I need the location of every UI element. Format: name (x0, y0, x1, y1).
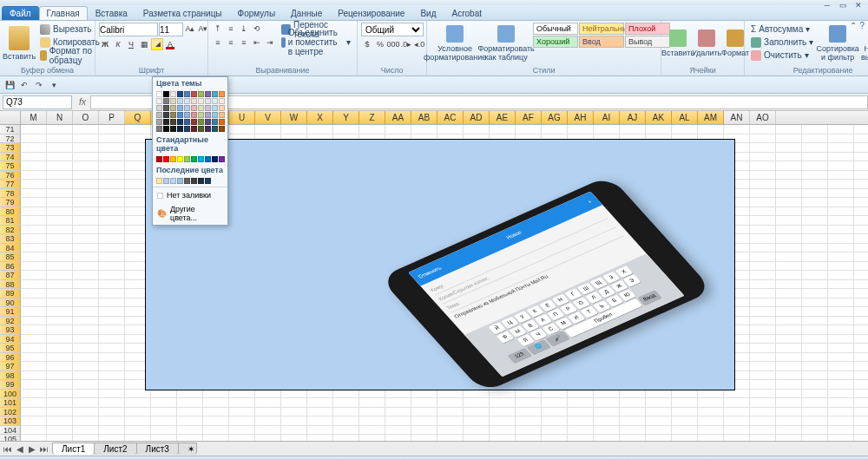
format-as-table-button[interactable]: Форматировать как таблицу (482, 23, 530, 64)
merge-center-button[interactable]: Объединить и поместить в центре ▾ (279, 36, 353, 49)
color-swatch[interactable] (212, 105, 218, 111)
col-header-AM[interactable]: AM (698, 111, 724, 124)
paste-button[interactable]: Вставить (3, 23, 35, 64)
sheet-nav-first[interactable]: ⏮ (2, 444, 14, 454)
row-header-103[interactable]: 103 (0, 416, 21, 426)
currency-button[interactable]: $ (361, 38, 373, 50)
color-swatch[interactable] (184, 91, 190, 97)
color-swatch[interactable] (198, 178, 204, 184)
col-header-AE[interactable]: AE (490, 111, 516, 124)
style-good[interactable]: Хороший (533, 36, 578, 48)
color-swatch[interactable] (205, 126, 211, 132)
comma-button[interactable]: 000 (387, 38, 399, 50)
color-swatch[interactable] (156, 98, 162, 104)
indent-dec-button[interactable]: ⇤ (251, 36, 263, 49)
underline-button[interactable]: Ч (125, 38, 137, 50)
col-header-Q[interactable]: Q (125, 111, 151, 124)
color-swatch[interactable] (163, 112, 169, 118)
row-header-74[interactable]: 74 (0, 153, 21, 162)
undo-button[interactable]: ↶ (18, 79, 30, 91)
indent-inc-button[interactable]: ⇥ (264, 36, 276, 49)
sheet-nav-prev[interactable]: ◀ (14, 444, 26, 454)
color-swatch[interactable] (184, 98, 190, 104)
col-header-AA[interactable]: AA (385, 111, 411, 124)
row-header-72[interactable]: 72 (0, 134, 21, 144)
align-top-button[interactable]: ⤒ (212, 23, 224, 35)
color-swatch[interactable] (177, 126, 183, 132)
no-fill-item[interactable]: Нет заливки (153, 188, 227, 202)
color-swatch[interactable] (198, 91, 204, 97)
color-swatch[interactable] (219, 98, 225, 104)
fill-color-button[interactable]: ◢ (151, 38, 163, 50)
col-header-W[interactable]: W (281, 111, 307, 124)
color-swatch[interactable] (156, 126, 162, 132)
col-header-AL[interactable]: AL (672, 111, 698, 124)
autosum-button[interactable]: ΣАвтосумма ▾ (748, 23, 816, 36)
font-name-combo[interactable] (99, 23, 158, 36)
color-swatch[interactable] (205, 91, 211, 97)
sheet-tab-3[interactable]: Лист3 (136, 443, 179, 455)
row-header-79[interactable]: 79 (0, 198, 21, 207)
tab-view[interactable]: Вид (412, 6, 444, 20)
align-bottom-button[interactable]: ⤓ (238, 23, 250, 35)
color-swatch[interactable] (156, 105, 162, 111)
color-swatch[interactable] (191, 126, 197, 132)
col-header-AD[interactable]: AD (464, 111, 490, 124)
color-swatch[interactable] (156, 91, 162, 97)
color-swatch[interactable] (212, 91, 218, 97)
color-swatch[interactable] (177, 119, 183, 125)
row-header-86[interactable]: 86 (0, 262, 21, 272)
color-swatch[interactable] (170, 178, 176, 184)
col-header-AK[interactable]: AK (646, 111, 672, 124)
col-header-M[interactable]: M (21, 111, 47, 124)
color-swatch[interactable] (205, 119, 211, 125)
more-colors-item[interactable]: 🎨Другие цвета... (153, 202, 227, 225)
percent-button[interactable]: % (374, 38, 386, 50)
align-middle-button[interactable]: ≡ (225, 23, 237, 35)
color-swatch[interactable] (163, 156, 169, 162)
qat-customize[interactable]: ▾ (48, 79, 60, 91)
color-swatch[interactable] (219, 91, 225, 97)
minimize-ribbon-icon[interactable]: ⌃ (850, 21, 857, 30)
color-swatch[interactable] (177, 98, 183, 104)
redo-button[interactable]: ↷ (33, 79, 45, 91)
color-swatch[interactable] (170, 126, 176, 132)
row-header-104[interactable]: 104 (0, 426, 21, 436)
tab-file[interactable]: Файл (2, 6, 39, 20)
sheet-nav-last[interactable]: ⏭ (38, 444, 50, 454)
color-swatch[interactable] (219, 105, 225, 111)
color-swatch[interactable] (205, 156, 211, 162)
format-painter-button[interactable]: Формат по образцу (37, 49, 102, 62)
italic-button[interactable]: К (112, 38, 124, 50)
row-header-80[interactable]: 80 (0, 207, 21, 217)
color-swatch[interactable] (205, 105, 211, 111)
color-swatch[interactable] (191, 105, 197, 111)
name-box[interactable] (3, 95, 72, 109)
sheet-tab-1[interactable]: Лист1 (52, 443, 95, 455)
color-swatch[interactable] (212, 126, 218, 132)
shrink-font-button[interactable]: A▾ (197, 23, 209, 35)
color-swatch[interactable] (198, 126, 204, 132)
row-header-100[interactable]: 100 (0, 390, 21, 399)
color-swatch[interactable] (177, 178, 183, 184)
row-header-77[interactable]: 77 (0, 180, 21, 189)
color-swatch[interactable] (156, 156, 162, 162)
minimize-button[interactable]: ─ (821, 1, 833, 10)
row-header-73[interactable]: 73 (0, 143, 21, 153)
col-header-AG[interactable]: AG (542, 111, 568, 124)
row-header-85[interactable]: 85 (0, 252, 21, 262)
row-header-71[interactable]: 71 (0, 125, 21, 134)
col-header-V[interactable]: V (255, 111, 281, 124)
close-button[interactable]: ✕ (852, 1, 865, 10)
help-icon[interactable]: ? (859, 21, 865, 30)
color-swatch[interactable] (184, 178, 190, 184)
font-color-button[interactable]: A (164, 38, 176, 50)
grow-font-button[interactable]: A▴ (184, 23, 196, 35)
col-header-N[interactable]: N (47, 111, 73, 124)
col-header-P[interactable]: P (99, 111, 125, 124)
col-header-AC[interactable]: AC (437, 111, 464, 124)
row-header-82[interactable]: 82 (0, 226, 21, 235)
color-swatch[interactable] (191, 156, 197, 162)
col-header-AH[interactable]: AH (568, 111, 594, 124)
tab-page-layout[interactable]: Разметка страницы (135, 6, 230, 20)
